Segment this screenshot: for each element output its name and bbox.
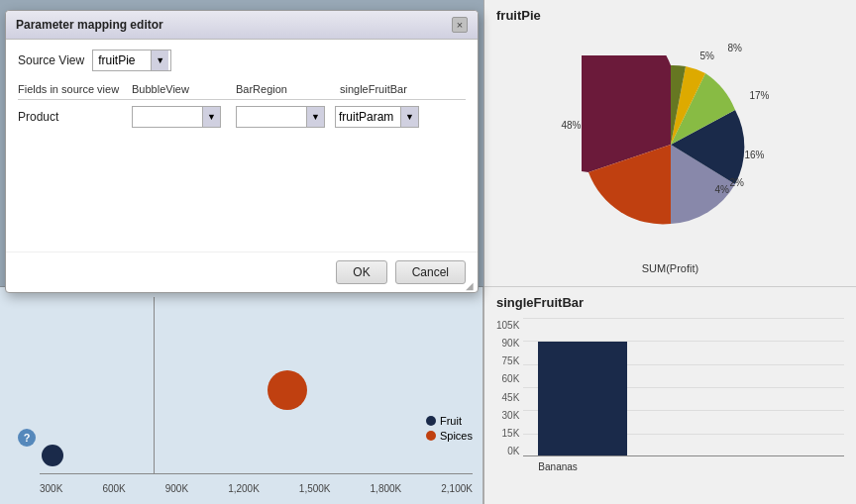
y-label-30k: 30K [496,410,519,421]
grid-line-bottom [523,455,844,456]
x-tick-1500k: 1,500K [299,483,331,494]
parameter-mapping-modal: Parameter mapping editor × Source View f… [5,10,479,293]
x-tick-1200k: 1,200K [228,483,260,494]
fields-data-row: Product ▼ ▼ fruitParam ▼ [18,106,466,128]
singlefruitbar-section: singleFruitBar 105K 90K 75K 60K 45K 30K … [484,287,856,495]
pie-label-5pct: 5% [700,50,714,61]
cancel-button[interactable]: Cancel [395,260,466,284]
legend-item-fruit: Fruit [426,415,473,427]
modal-title-text: Parameter mapping editor [16,18,163,32]
modal-footer: OK Cancel [6,252,478,292]
scatter-legend: Fruit Spices [426,415,473,445]
x-tick-1800k: 1,800K [371,483,402,494]
y-label-75k: 75K [496,355,519,366]
fruitpie-section: fruitPie 5% 8% 17% [484,0,856,287]
legend-dot-spices [426,431,436,441]
bar-dropdown-arrow[interactable]: ▼ [306,107,324,127]
scatter-inner: Fruit Spices 300K 600K 900K 1,200K 1,500… [0,287,482,504]
single-dropdown-arrow[interactable]: ▼ [400,107,418,127]
pie-label-4pct: 4% [715,184,729,195]
legend-label-fruit: Fruit [440,415,462,427]
bubble-dropdown[interactable]: ▼ [132,106,221,128]
source-view-value: fruitPie [95,53,151,67]
modal-title-bar: Parameter mapping editor × [6,11,478,40]
y-label-90k: 90K [496,338,519,349]
pie-label-2pct: 2% [730,177,744,188]
scatter-x-axis [40,473,473,474]
single-dropdown-value: fruitParam [336,110,400,124]
scatter-section: Fruit Spices 300K 600K 900K 1,200K 1,500… [0,286,483,504]
scatter-dot-spices [268,370,307,410]
source-view-label: Source View [18,53,84,67]
modal-body: Source View fruitPie ▼ Fields in source … [6,40,478,252]
bar-title: singleFruitBar [496,295,844,310]
pie-chart [582,55,760,234]
single-col-label: singleFruitBar [340,83,449,95]
x-label-bananas: Bananas [538,461,577,472]
y-label-60k: 60K [496,373,519,384]
right-panel: fruitPie 5% 8% 17% [483,0,856,504]
pie-sum-label: SUM(Profit) [496,262,844,274]
fields-label: Fields in source view [18,83,132,95]
source-view-dropdown-arrow[interactable]: ▼ [151,50,168,70]
x-tick-2100k: 2,100K [441,483,473,494]
x-tick-300k: 300K [40,483,62,494]
pie-label-16pct: 16% [745,150,765,160]
legend-item-spices: Spices [426,430,473,442]
legend-label-spices: Spices [440,430,473,442]
help-icon[interactable]: ? [18,429,36,447]
x-axis-ticks: 300K 600K 900K 1,200K 1,500K 1,800K 2,10… [40,483,473,494]
bar-dropdown[interactable]: ▼ [236,106,325,128]
source-view-dropdown[interactable]: fruitPie ▼ [92,50,171,71]
x-tick-600k: 600K [102,483,125,494]
fields-header: Fields in source view BubbleView BarRegi… [18,83,466,100]
bubble-col-label: BubbleView [132,83,236,95]
scatter-y-axis [154,297,155,474]
field-product: Product [18,110,132,124]
resize-handle[interactable]: ◢ [466,280,476,290]
pie-label-8pct: 8% [728,43,742,53]
y-label-105k: 105K [496,320,519,331]
fruitpie-title: fruitPie [496,8,844,23]
grid-line-top [523,318,844,319]
single-dropdown[interactable]: fruitParam ▼ [335,106,419,128]
modal-content-area [18,128,466,242]
modal-close-button[interactable]: × [452,17,468,33]
bar-bananas [538,342,627,455]
scatter-dot-fruit [42,445,63,466]
source-view-row: Source View fruitPie ▼ [18,50,466,71]
y-label-15k: 15K [496,428,519,439]
ok-button[interactable]: OK [336,260,386,284]
x-tick-900k: 900K [165,483,188,494]
pie-label-17pct: 17% [750,90,770,101]
y-label-45k: 45K [496,392,519,403]
bubble-dropdown-arrow[interactable]: ▼ [202,107,220,127]
bar-col-label: BarRegion [236,83,340,95]
pie-label-48pct: 48% [562,120,582,131]
y-label-0k: 0K [496,446,519,456]
y-axis-labels: 105K 90K 75K 60K 45K 30K 15K 0K [496,318,519,456]
legend-dot-fruit [426,416,436,426]
bar-chart-area: Bananas [523,318,844,456]
